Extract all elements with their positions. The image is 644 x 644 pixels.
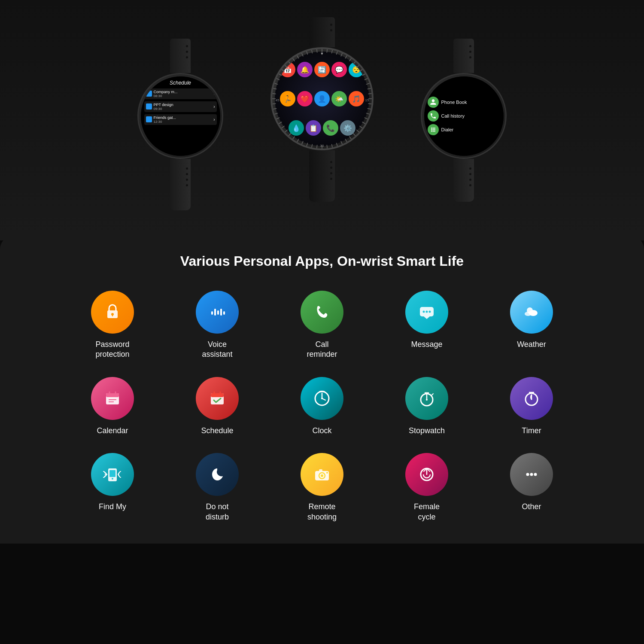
app-item-message: Message <box>379 291 475 360</box>
app-label-call-reminder: Call reminder <box>307 340 337 360</box>
app-circle-message <box>405 291 448 334</box>
app-circle-stopwatch <box>405 377 448 420</box>
app-label-find-my: Find My <box>99 502 126 512</box>
svg-rect-104 <box>109 470 115 477</box>
svg-point-114 <box>534 473 537 476</box>
app-circle-clock <box>301 377 343 420</box>
right-watch: Phone Book Call history <box>421 39 507 202</box>
svg-point-74 <box>423 311 425 313</box>
app-item-find-my: Find My <box>64 453 161 522</box>
svg-point-113 <box>530 473 533 476</box>
app-item-do-not-disturb: Do not disturb <box>169 453 265 522</box>
watch-app-icon: ⚙️ <box>340 120 355 136</box>
app-item-other: Other <box>483 453 580 522</box>
app-circle-do-not-disturb <box>196 453 239 496</box>
app-label-schedule: Schedule <box>201 426 233 436</box>
app-circle-calendar <box>91 377 134 420</box>
watch-app-icon: 📞 <box>323 120 338 136</box>
watch-app-icon: 👤 <box>314 91 330 106</box>
app-label-clock: Clock <box>312 426 331 436</box>
app-label-voice-assistant: Voice assistant <box>202 340 232 360</box>
section-title: Various Personal Apps, On-wrist Smart Li… <box>26 253 618 269</box>
schedule-item-1: Company m... 08:30 › <box>144 88 217 99</box>
app-label-stopwatch: Stopwatch <box>409 426 445 436</box>
watch-app-icon: 😴 <box>349 62 364 77</box>
watch-app-icon: 🏃 <box>280 91 295 106</box>
watches-section: Schedule Company m... 08:30 › <box>0 0 644 240</box>
svg-rect-72 <box>223 311 225 315</box>
app-label-weather: Weather <box>517 340 546 349</box>
svg-rect-71 <box>220 309 222 316</box>
app-circle-schedule <box>196 377 239 420</box>
app-item-female-cycle: Female cycle <box>379 453 475 522</box>
svg-rect-67 <box>112 314 113 316</box>
phonebook-item-2: Call history <box>428 110 500 122</box>
svg-line-93 <box>322 398 325 400</box>
svg-line-99 <box>432 394 433 395</box>
app-circle-call-reminder <box>301 291 343 334</box>
app-circle-female-cycle <box>405 453 448 496</box>
svg-rect-68 <box>211 311 213 315</box>
svg-point-76 <box>429 311 431 313</box>
app-item-stopwatch: Stopwatch <box>379 377 475 436</box>
svg-rect-87 <box>211 393 224 397</box>
app-item-remote-shooting: Remote shooting <box>274 453 370 522</box>
app-item-call-reminder: Call reminder <box>274 291 370 360</box>
app-circle-password-protection <box>91 291 134 334</box>
svg-point-108 <box>321 474 323 477</box>
app-item-weather: Weather <box>483 291 580 360</box>
watch-app-icon: 🎵 <box>349 91 364 106</box>
app-circle-timer <box>510 377 553 420</box>
app-label-female-cycle: Female cycle <box>414 502 440 522</box>
app-label-calendar: Calendar <box>97 426 128 436</box>
app-label-password-protection: Password protection <box>95 340 129 360</box>
features-section: Various Personal Apps, On-wrist Smart Li… <box>0 236 644 544</box>
watch-app-icon: 📋 <box>306 120 321 136</box>
app-label-message: Message <box>411 340 442 349</box>
svg-point-105 <box>112 478 113 480</box>
phonebook-item-1: Phone Book <box>428 97 500 108</box>
app-circle-weather <box>510 291 553 334</box>
watch-app-icon: ❤️ <box>297 91 313 106</box>
app-label-remote-shooting: Remote shooting <box>307 502 337 522</box>
schedule-item-2: PPT design 09:30 › <box>144 101 217 112</box>
app-circle-voice-assistant <box>196 291 239 334</box>
watch-app-icon: 💧 <box>289 120 304 136</box>
svg-rect-70 <box>217 310 219 315</box>
app-item-clock: Clock <box>274 377 370 436</box>
svg-rect-69 <box>214 309 216 316</box>
app-label-do-not-disturb: Do not disturb <box>206 502 229 522</box>
svg-rect-81 <box>106 393 119 397</box>
apps-grid: Password protectionVoice assistantCall r… <box>64 291 580 522</box>
schedule-title: Schedule <box>144 80 217 86</box>
app-label-other: Other <box>522 502 541 512</box>
app-item-voice-assistant: Voice assistant <box>169 291 265 360</box>
watch-app-icon: 🔄 <box>314 62 330 77</box>
phonebook-item-3: Dialer <box>428 124 500 135</box>
app-item-timer: Timer <box>483 377 580 436</box>
center-watch: ▼ 30 45 15 📅🔔🔄💬😴🏃❤️👤🌤️🎵💧📋📞⚙️ <box>270 17 374 202</box>
watch-app-icon: 📅 <box>280 62 295 77</box>
watches-container: Schedule Company m... 08:30 › <box>129 13 515 236</box>
watch-app-icon: 🌤️ <box>331 91 347 106</box>
svg-point-112 <box>526 473 529 476</box>
app-circle-find-my <box>91 453 134 496</box>
schedule-item-3: Friends gat... 12:30 › <box>144 114 217 125</box>
watch-app-icon: 💬 <box>331 62 347 77</box>
left-watch: Schedule Company m... 08:30 › <box>137 39 223 210</box>
app-circle-other <box>510 453 553 496</box>
app-item-calendar: Calendar <box>64 377 161 436</box>
svg-point-110 <box>326 472 328 474</box>
svg-point-79 <box>525 312 532 316</box>
app-circle-remote-shooting <box>301 453 343 496</box>
app-label-timer: Timer <box>522 426 541 436</box>
watch-app-icon: 🔔 <box>297 62 313 77</box>
svg-rect-109 <box>319 469 322 471</box>
svg-point-75 <box>426 311 428 313</box>
app-item-schedule: Schedule <box>169 377 265 436</box>
app-item-password-protection: Password protection <box>64 291 161 360</box>
